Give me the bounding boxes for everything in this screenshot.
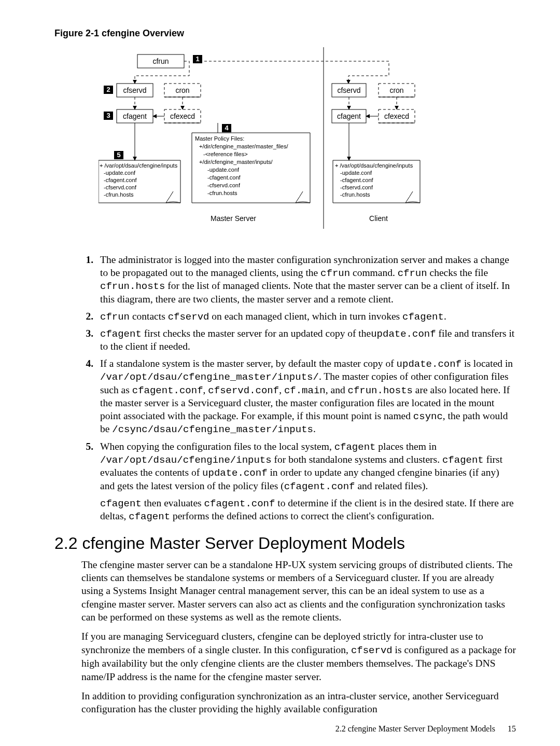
master-cfservd-label: cfservd bbox=[123, 86, 146, 94]
svg-text:-cfagent.conf: -cfagent.conf bbox=[104, 177, 137, 183]
step-4: If a standalone system is the master ser… bbox=[96, 357, 516, 436]
svg-text:+ /var/opt/dsau/cfengine/input: + /var/opt/dsau/cfengine/inputs bbox=[100, 162, 178, 169]
svg-text:-cfrun.hosts: -cfrun.hosts bbox=[340, 191, 370, 198]
master-policy-note: Master Policy Files: +/dir/cfengine_mast… bbox=[195, 135, 288, 196]
step-2: cfrun contacts cfservd on each managed c… bbox=[96, 310, 516, 323]
svg-text:+ /var/opt/dsau/cfengine/input: + /var/opt/dsau/cfengine/inputs bbox=[335, 162, 413, 169]
callout-1: 1 bbox=[195, 55, 199, 63]
footer-text: 2.2 cfengine Master Server Deployment Mo… bbox=[335, 724, 495, 733]
svg-text:-update.conf: -update.conf bbox=[207, 167, 240, 173]
numbered-steps: The administrator is logged into the mas… bbox=[54, 254, 516, 523]
master-server-label: Master Server bbox=[211, 214, 256, 223]
svg-text:+/dir/cfengine_master/inputs/: +/dir/cfengine_master/inputs/ bbox=[199, 159, 273, 165]
section-body: The cfengine master server can be a stan… bbox=[81, 558, 516, 716]
section-title: cfengine Master Server Deployment Models bbox=[82, 534, 405, 552]
paragraph-2: If you are managing Serviceguard cluster… bbox=[81, 630, 516, 683]
svg-text:-cfrun.hosts: -cfrun.hosts bbox=[207, 190, 237, 196]
client-cfagent-label: cfagent bbox=[337, 112, 361, 120]
client-cfexecd-label: cfexecd bbox=[384, 112, 409, 120]
step-5: When copying the configuration files to … bbox=[96, 440, 516, 523]
step-1: The administrator is logged into the mas… bbox=[96, 254, 516, 306]
client-cron-label: cron bbox=[389, 86, 403, 94]
callout-4: 4 bbox=[225, 124, 229, 132]
callout-5: 5 bbox=[117, 151, 120, 159]
master-inputs-note: + /var/opt/dsau/cfengine/inputs -update.… bbox=[100, 162, 178, 198]
master-cron-label: cron bbox=[175, 86, 189, 94]
client-label: Client bbox=[369, 214, 388, 223]
page-footer: 2.2 cfengine Master Server Deployment Mo… bbox=[335, 724, 516, 734]
step-3: cfagent first checks the master server f… bbox=[96, 327, 516, 353]
footer-page-number: 15 bbox=[508, 724, 516, 733]
svg-text:-update.conf: -update.conf bbox=[340, 170, 372, 176]
client-cfservd-label: cfservd bbox=[337, 86, 360, 94]
figure-diagram-container: cfrun cfservd cron cfagent cfexecd cfser… bbox=[54, 47, 516, 239]
master-cfexecd-label: cfexecd bbox=[170, 112, 195, 120]
cfrun-label: cfrun bbox=[152, 57, 169, 65]
svg-text:-cfagent.conf: -cfagent.conf bbox=[340, 177, 374, 183]
svg-text:-<reference files>: -<reference files> bbox=[203, 151, 248, 157]
svg-text:-update.conf: -update.conf bbox=[104, 170, 136, 176]
paragraph-1: The cfengine master server can be a stan… bbox=[81, 558, 516, 624]
callout-3: 3 bbox=[106, 112, 110, 119]
callout-2: 2 bbox=[106, 86, 110, 93]
svg-text:Master Policy Files:: Master Policy Files: bbox=[195, 135, 244, 142]
paragraph-3: In addition to providing configuration s… bbox=[81, 689, 516, 716]
svg-text:-cfservd.conf: -cfservd.conf bbox=[104, 184, 137, 190]
client-inputs-note: + /var/opt/dsau/cfengine/inputs -update.… bbox=[335, 162, 413, 198]
svg-text:-cfagent.conf: -cfagent.conf bbox=[207, 174, 241, 181]
svg-text:-cfservd.conf: -cfservd.conf bbox=[207, 182, 241, 188]
section-number: 2.2 bbox=[54, 534, 77, 552]
svg-text:-cfrun.hosts: -cfrun.hosts bbox=[104, 191, 134, 198]
master-cfagent-label: cfagent bbox=[123, 112, 147, 120]
figure-title: Figure 2-1 cfengine Overview bbox=[54, 28, 516, 39]
svg-text:-cfservd.conf: -cfservd.conf bbox=[340, 184, 373, 190]
section-heading: 2.2 cfengine Master Server Deployment Mo… bbox=[54, 534, 516, 553]
svg-text:+/dir/cfengine_master/master_f: +/dir/cfengine_master/master_files/ bbox=[199, 143, 288, 149]
cfengine-overview-diagram: cfrun cfservd cron cfagent cfexecd cfser… bbox=[99, 47, 472, 239]
